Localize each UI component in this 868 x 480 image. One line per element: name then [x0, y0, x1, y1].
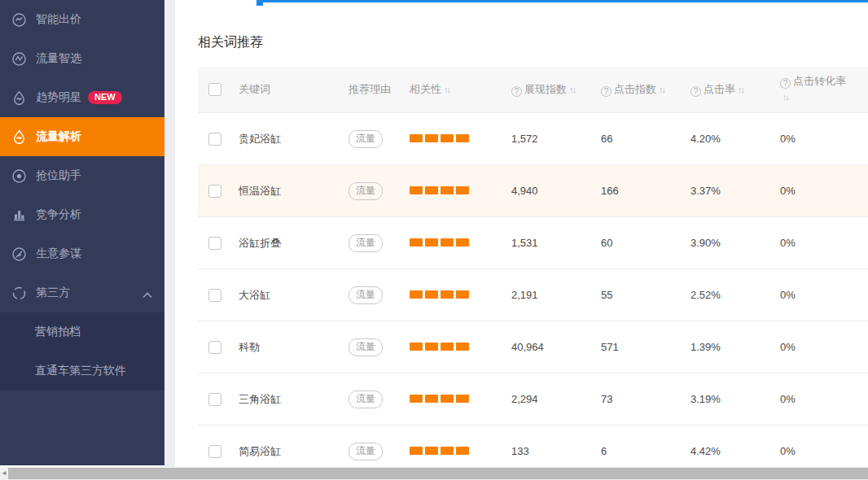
- keyword-cell: 浴缸折叠: [232, 236, 342, 251]
- click-index-cell: 66: [594, 133, 684, 145]
- row-checkbox[interactable]: [208, 289, 221, 302]
- traffic-pick-icon: [11, 51, 27, 67]
- relevance-bars: [403, 341, 505, 353]
- sidebar-item-smart-bid[interactable]: 智能出价: [0, 0, 164, 39]
- sidebar-item-label: 智能出价: [36, 12, 81, 27]
- sort-icon[interactable]: ↑↓: [569, 85, 575, 94]
- reason-tag: 流量: [349, 443, 383, 460]
- chevron-up-icon[interactable]: [142, 288, 152, 301]
- keyword-cell: 三角浴缸: [232, 392, 342, 407]
- sidebar-item-label: 第三方: [36, 286, 70, 300]
- ctr-cell: 3.90%: [684, 237, 774, 249]
- sidebar-item-business-advisor[interactable]: 生意参谋: [0, 234, 164, 273]
- sidebar-item-competition[interactable]: 竞争分析: [0, 195, 164, 234]
- main-content: 相关词推荐 关键词 推荐理由 相关性↑↓ ?展现指数↑↓ ?点击指数↑↓: [175, 0, 868, 461]
- sidebar-subitem-third-party-software[interactable]: 直通车第三方软件: [0, 351, 164, 391]
- sidebar-item-position-helper[interactable]: 抢位助手: [0, 156, 164, 195]
- header-reason: 推荐理由: [342, 82, 403, 97]
- sidebar: 智能出价 流量智选 趋势明星 NEW 流量解析 抢位助手 竞争分析: [0, 0, 164, 465]
- header-relevance: 相关性↑↓: [403, 82, 505, 97]
- click-index-cell: 6: [594, 445, 684, 457]
- sidebar-item-trend-star[interactable]: 趋势明星 NEW: [0, 78, 164, 117]
- help-icon[interactable]: ?: [780, 78, 791, 89]
- keyword-cell: 简易浴缸: [232, 444, 342, 459]
- reason-tag: 流量: [349, 130, 383, 148]
- sort-icon[interactable]: ↑↓: [738, 85, 743, 94]
- table-row: 科勒 流量 40,964 571 1.39% 0%: [198, 321, 868, 373]
- business-advisor-icon: [11, 247, 27, 262]
- relevance-bars: [403, 445, 505, 457]
- keyword-cell: 贵妃浴缸: [232, 132, 342, 146]
- impression-index-cell: 133: [505, 445, 594, 457]
- help-icon[interactable]: ?: [601, 86, 612, 97]
- row-checkbox[interactable]: [208, 133, 221, 146]
- ctr-cell: 3.37%: [684, 185, 774, 197]
- sidebar-item-label: 流量解析: [36, 129, 81, 144]
- table-row: 贵妃浴缸 流量 1,572 66 4.20% 0%: [198, 112, 868, 164]
- reason-tag: 流量: [349, 234, 383, 252]
- sidebar-item-traffic-analysis[interactable]: 流量解析: [0, 117, 164, 156]
- click-index-cell: 55: [594, 289, 684, 301]
- row-checkbox[interactable]: [208, 341, 221, 354]
- competition-icon: [11, 207, 27, 223]
- help-icon[interactable]: ?: [511, 86, 522, 97]
- cvr-cell: 0%: [774, 289, 868, 301]
- relevance-bars: [403, 185, 505, 197]
- traffic-analysis-icon: [11, 129, 27, 145]
- impression-index-cell: 1,531: [505, 237, 594, 249]
- sidebar-item-label: 抢位助手: [36, 168, 81, 183]
- row-checkbox[interactable]: [208, 445, 221, 458]
- scrollbar-left-arrow-icon[interactable]: ◄: [1, 469, 7, 477]
- horizontal-scrollbar[interactable]: ◄: [0, 467, 868, 480]
- sidebar-subitem-label: 营销拍档: [35, 325, 81, 339]
- sidebar-subitem-marketing-partner[interactable]: 营销拍档: [0, 312, 164, 351]
- sidebar-item-third-party[interactable]: 第三方: [0, 273, 164, 312]
- third-party-submenu: 营销拍档 直通车第三方软件: [0, 312, 164, 391]
- reason-tag: 流量: [349, 182, 383, 200]
- table-header-row: 关键词 推荐理由 相关性↑↓ ?展现指数↑↓ ?点击指数↑↓ ?点击率↑↓ ?点…: [198, 67, 868, 112]
- row-checkbox[interactable]: [208, 185, 221, 198]
- relevance-bars: [403, 133, 505, 145]
- row-checkbox[interactable]: [208, 237, 221, 250]
- trend-chart-line: [259, 0, 868, 2]
- header-select-all-cell: [198, 83, 232, 97]
- trend-star-icon: [11, 90, 27, 106]
- table-row: 大浴缸 流量 2,191 55 2.52% 0%: [198, 268, 868, 321]
- scrollbar-thumb[interactable]: [8, 468, 868, 479]
- sidebar-item-label: 竞争分析: [36, 207, 81, 222]
- row-checkbox[interactable]: [208, 393, 221, 406]
- click-index-cell: 166: [594, 185, 684, 197]
- header-impression-index: ?展现指数↑↓: [505, 82, 594, 97]
- sort-icon[interactable]: ↑↓: [783, 92, 788, 102]
- ctr-cell: 3.19%: [684, 393, 774, 405]
- third-party-icon: [11, 286, 27, 301]
- keyword-cell: 恒温浴缸: [232, 184, 342, 199]
- impression-index-cell: 2,191: [505, 289, 594, 301]
- sort-icon[interactable]: ↑↓: [659, 85, 664, 94]
- reason-tag: 流量: [349, 286, 383, 304]
- page-background-strip: [164, 0, 175, 467]
- sidebar-item-label: 趋势明星: [36, 90, 81, 105]
- keyword-cell: 大浴缸: [232, 288, 342, 303]
- ctr-cell: 1.39%: [684, 341, 774, 353]
- help-icon[interactable]: ?: [690, 86, 701, 97]
- impression-index-cell: 4,940: [505, 185, 594, 197]
- select-all-checkbox[interactable]: [208, 83, 221, 96]
- header-keyword: 关键词: [232, 82, 342, 97]
- relevance-bars: [403, 393, 505, 405]
- cvr-cell: 0%: [774, 185, 868, 197]
- sidebar-item-label: 生意参谋: [36, 247, 81, 261]
- sidebar-subitem-label: 直通车第三方软件: [35, 364, 126, 378]
- trend-chart-point-marker: [256, 0, 263, 6]
- sidebar-item-label: 流量智选: [36, 51, 81, 66]
- click-index-cell: 73: [594, 393, 684, 405]
- header-click-index: ?点击指数↑↓: [594, 82, 684, 97]
- new-badge: NEW: [88, 91, 122, 104]
- table-row: 简易浴缸 流量 133 6 4.42% 0%: [198, 425, 868, 461]
- sidebar-item-traffic-pick[interactable]: 流量智选: [0, 39, 164, 78]
- header-cvr: ?点击转化率 ↑↓: [774, 74, 868, 105]
- click-index-cell: 60: [594, 237, 684, 249]
- sort-icon[interactable]: ↑↓: [444, 85, 449, 94]
- keyword-cell: 科勒: [232, 340, 342, 355]
- keyword-recommendation-table: 关键词 推荐理由 相关性↑↓ ?展现指数↑↓ ?点击指数↑↓ ?点击率↑↓ ?点…: [198, 67, 868, 461]
